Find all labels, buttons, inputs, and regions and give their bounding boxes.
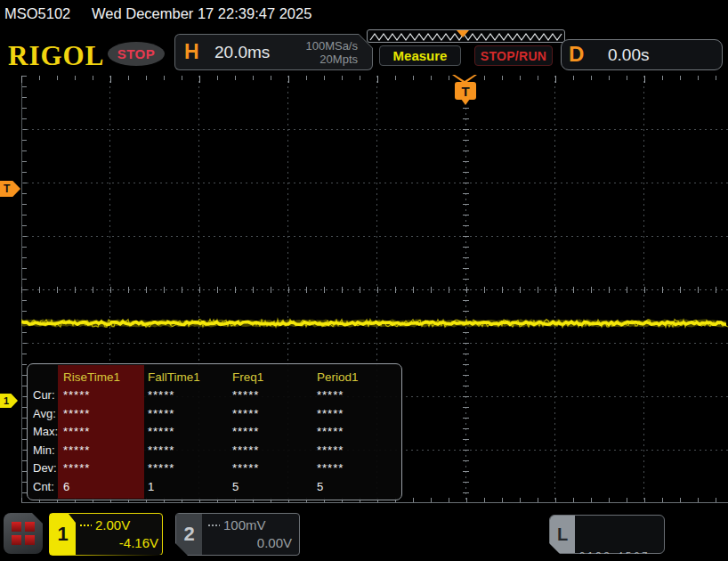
measurement-panel: RiseTime1 FallTime1 Freq1 Period1 Cur:**… xyxy=(27,363,402,500)
channel1-block[interactable]: 1 2.00V -4.16V xyxy=(49,513,163,556)
timebase-value: 20.0ms xyxy=(214,43,270,62)
ch1-ground-marker[interactable]: 1 xyxy=(0,394,18,408)
measure-cell: ***** xyxy=(144,461,229,475)
trigger-position-badge[interactable]: T xyxy=(455,82,476,100)
measure-cell: ***** xyxy=(60,388,144,402)
measure-cell: ***** xyxy=(313,461,398,475)
measure-row-label: Avg: xyxy=(33,407,60,420)
waveform-ch1 xyxy=(21,313,728,334)
channel2-scale: 100mV xyxy=(223,517,266,533)
measure-row-label: Cur: xyxy=(33,388,60,402)
measure-table: RiseTime1 FallTime1 Freq1 Period1 Cur:**… xyxy=(33,368,398,496)
measure-cell: ***** xyxy=(144,443,229,457)
measure-cell: ***** xyxy=(229,461,313,475)
logic-label: L xyxy=(550,516,575,553)
measure-col-header: FallTime1 xyxy=(144,370,229,384)
trigger-position-triangle-inner xyxy=(455,75,474,81)
measure-row-label: Min: xyxy=(33,443,60,457)
measure-cell: ***** xyxy=(60,443,144,457)
model-label: MSO5102 xyxy=(4,5,70,22)
grid-hline xyxy=(21,343,728,344)
rigol-logo: RIGOL xyxy=(8,40,104,72)
measure-cell: 5 xyxy=(229,480,313,493)
measure-cell: ***** xyxy=(144,425,229,438)
channel1-scale: 2.00V xyxy=(95,517,130,533)
channel2-number: 2 xyxy=(176,514,202,555)
measure-col-header: RiseTime1 xyxy=(60,370,144,384)
grid-bottom-edge xyxy=(21,502,728,503)
measure-col-header: Freq1 xyxy=(229,370,313,384)
measure-cell: 1 xyxy=(144,480,229,493)
dc-coupling-icon xyxy=(208,524,220,526)
measure-row-label: Dev: xyxy=(33,461,60,475)
channel1-number: 1 xyxy=(50,514,76,555)
grid-hline xyxy=(21,129,728,130)
measure-row-label: Cnt: xyxy=(33,480,60,493)
channel2-offset: 0.00V xyxy=(208,535,292,550)
measure-cell: ***** xyxy=(229,407,313,420)
titlebar: MSO5102 Wed December 17 22:39:47 2025 xyxy=(0,0,728,27)
grid-top-major-ticks xyxy=(21,76,728,83)
quad-squares-icon xyxy=(10,520,36,547)
measure-cell: ***** xyxy=(229,443,313,457)
measure-cell: ***** xyxy=(313,425,398,438)
logic-digits-row1: 0 1 2 3 4 5 6 7 xyxy=(579,549,662,561)
measure-cell: ***** xyxy=(313,388,398,402)
datetime-label: Wed December 17 22:39:47 2025 xyxy=(92,5,311,22)
measure-cell: ***** xyxy=(60,461,144,475)
memory-depth-value: 20Mpts xyxy=(320,53,358,66)
measure-cell: 5 xyxy=(313,480,398,493)
measure-cell: 6 xyxy=(60,480,144,493)
horizontal-icon: H xyxy=(184,40,199,64)
run-state-badge[interactable]: STOP xyxy=(108,42,165,66)
measure-cell: ***** xyxy=(60,407,144,420)
measure-cell: ***** xyxy=(229,425,313,438)
sample-rate-value: 100MSa/s xyxy=(305,39,358,53)
grid-view-button[interactable] xyxy=(4,513,43,554)
measure-col-header: Period1 xyxy=(313,370,398,384)
trigger-level-marker[interactable]: T xyxy=(0,181,20,197)
delay-icon: D xyxy=(569,42,584,67)
logic-analyzer-block[interactable]: L 0 1 2 3 4 5 6 7 8 9 1011 12131415 xyxy=(549,515,665,554)
channel1-offset: -4.16V xyxy=(80,535,158,550)
measure-cell: ***** xyxy=(313,407,398,420)
logic-channel-list: 0 1 2 3 4 5 6 7 8 9 1011 12131415 xyxy=(579,520,662,561)
measure-cell: ***** xyxy=(313,443,398,457)
memory-trigger-marker-icon[interactable] xyxy=(457,30,469,37)
stoprun-button[interactable]: STOP/RUN xyxy=(474,45,553,66)
oscilloscope-screen: MSO5102 Wed December 17 22:39:47 2025 RI… xyxy=(0,0,728,561)
dc-coupling-icon xyxy=(80,524,92,526)
channel2-block[interactable]: 2 100mV 0.00V xyxy=(175,513,300,556)
delay-value: 0.00s xyxy=(608,45,649,65)
delay-block[interactable]: D 0.00s xyxy=(561,39,723,70)
measure-cell: ***** xyxy=(60,425,144,438)
horizontal-tab[interactable]: H 20.0ms 100MSa/s 20Mpts xyxy=(174,34,373,70)
measure-cell: ***** xyxy=(144,407,229,420)
measure-row-label: Max: xyxy=(33,425,60,438)
grid-hline xyxy=(21,236,728,237)
grid-hline xyxy=(21,183,728,183)
measure-cell: ***** xyxy=(144,388,229,402)
measure-cell: ***** xyxy=(229,388,313,402)
grid-center-v-ticks xyxy=(463,76,469,503)
grid-center-h-ticks xyxy=(21,287,728,293)
measure-button[interactable]: Measure xyxy=(379,45,461,66)
